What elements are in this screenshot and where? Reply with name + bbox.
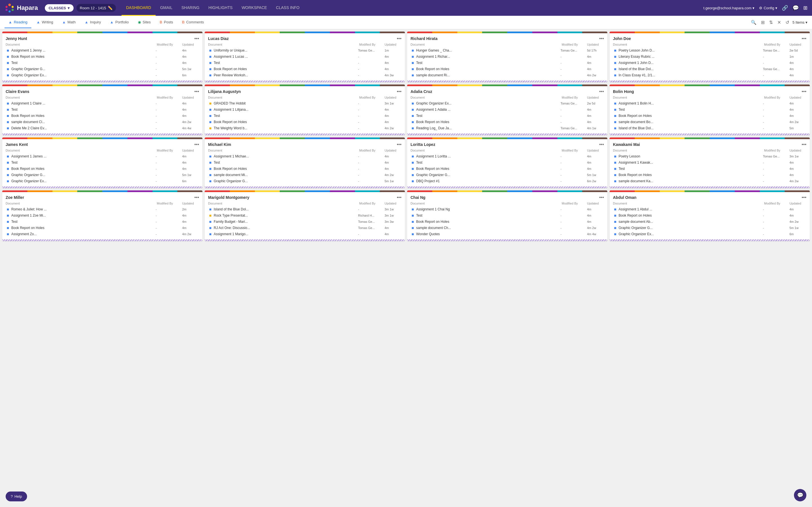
doc-row[interactable]: ■ Assignment 1 Michae... - 4m [208, 153, 402, 159]
doc-row[interactable]: ■ sample document Ab... - 4m 2w [613, 219, 806, 225]
more-button[interactable]: ••• [397, 36, 402, 41]
more-button[interactable]: ••• [802, 195, 806, 200]
config-btn[interactable]: ⚙ Config ▾ [759, 6, 777, 10]
doc-row[interactable]: ■ Graphic Organizer Ex... - 6m [613, 231, 806, 237]
doc-row[interactable]: ■ Poetry Lesson John D... Tomas Ge... 2w… [613, 47, 806, 54]
tab-comments[interactable]: B Comments [178, 17, 208, 28]
more-button[interactable]: ••• [802, 142, 806, 147]
doc-row[interactable]: ■ Graphic Organizer Ex... - 6m [6, 72, 199, 78]
doc-row[interactable]: ■ Test - 4m [410, 113, 604, 119]
doc-row[interactable]: ■ Test - 4m [6, 107, 199, 113]
more-button[interactable]: ••• [599, 89, 604, 94]
doc-row[interactable]: ■ Book Report on Holes - 4m [208, 166, 402, 172]
user-info[interactable]: t.george@school.hapara.com ▾ [703, 6, 755, 10]
doc-row[interactable]: ■ Assignment Zo... - 4m 2w [6, 231, 199, 237]
tab-reading[interactable]: ▲ Reading [4, 17, 31, 28]
doc-row[interactable]: ■ RJ Act One: Discussio... Tomas Ge... 4… [208, 225, 402, 231]
doc-row[interactable]: ■ Test - 4m [613, 166, 806, 172]
doc-row[interactable]: ■ Graphic Organizer G... - 5m 1w [208, 178, 402, 184]
more-button[interactable]: ••• [194, 142, 199, 147]
doc-row[interactable]: ■ Assignment 1 Loritta ... - 4m [410, 153, 604, 159]
doc-row[interactable]: ■ Graphic Organizer G... - 5m 1w [613, 225, 806, 231]
filter-tool-btn[interactable]: ⊞ [760, 18, 766, 26]
more-button[interactable]: ••• [194, 89, 199, 94]
doc-row[interactable]: ■ Test - 4m [6, 219, 199, 225]
tab-math[interactable]: ▲ Math [58, 17, 80, 28]
doc-row[interactable]: ■ Assignment 1 Adalia ... - 4m [410, 107, 604, 113]
doc-row[interactable]: ■ Romeo & Juliet: How ... - 2m [6, 206, 199, 212]
doc-row[interactable]: ■ Book Report on Holes - 4m [613, 212, 806, 219]
doc-row[interactable]: ■ GRADED The Hobbit - 3m 1w [208, 100, 402, 107]
items-count[interactable]: 5 Items ▾ [793, 20, 808, 24]
doc-row[interactable]: ■ Wonder Quotes - 4m 4w [410, 231, 604, 237]
doc-row[interactable]: ■ Book Report on Holes - 4m [613, 172, 806, 178]
tab-posts[interactable]: B Posts [156, 17, 177, 28]
doc-row[interactable]: ■ Test - 4m [6, 159, 199, 166]
doc-row[interactable]: ■ DBQ Project #1 - 6m 2w [410, 178, 604, 184]
nav-dashboard[interactable]: DASHBOARD [121, 0, 156, 16]
doc-row[interactable]: ■ Poetry Lesson Tomas Ge... 3m 1w [613, 153, 806, 159]
doc-row[interactable]: ■ The Weighty Word b... - 4m 2w [208, 125, 402, 131]
doc-row[interactable]: ■ Book Report on Holes - 4m [6, 225, 199, 231]
help-button[interactable]: ? Help [6, 492, 27, 501]
tab-portfolio[interactable]: ▲ Portfolio [106, 17, 133, 28]
more-button[interactable]: ••• [599, 195, 604, 200]
share-icon-btn[interactable]: 🔗 [782, 5, 788, 11]
doc-row[interactable]: ■ Literary Essay Rubric ... - 1m [613, 54, 806, 60]
doc-row[interactable]: ■ Test - 4m [208, 60, 402, 66]
doc-row[interactable]: ■ Book Report on Holes - 4m [410, 119, 604, 125]
doc-row[interactable]: ■ In Class Essay #1, 2/1... - 4m [613, 72, 806, 78]
close-tool-btn[interactable]: ✕ [776, 18, 782, 26]
doc-row[interactable]: ■ Test - 4m [410, 60, 604, 66]
tab-writing[interactable]: ▲ Writing [33, 17, 57, 28]
doc-row[interactable]: ■ Assignment 1 Richar... - 4m [410, 54, 604, 60]
doc-row[interactable]: ■ Rock Type Presentat... Richard H... 3m… [208, 212, 402, 219]
doc-row[interactable]: ■ Book Report on Holes - 4m [410, 66, 604, 72]
nav-highlights[interactable]: HIGHLIGHTS [204, 0, 237, 16]
doc-row[interactable]: ■ sample document Cl... - 4m 2w [6, 119, 199, 125]
nav-sharing[interactable]: SHARING [177, 0, 204, 16]
doc-row[interactable]: ■ Book Report on Holes - 4m [6, 54, 199, 60]
doc-row[interactable]: ■ Assignment 1 Kawak... - 4m [613, 159, 806, 166]
doc-row[interactable]: ■ Graphic Organizer G... - 5m 1w [6, 172, 199, 178]
doc-row[interactable]: ■ Graphic Organizer G... - 5m 1w [410, 172, 604, 178]
doc-row[interactable]: ■ Assignment 1 Abdul ... - 4m [613, 206, 806, 212]
doc-row[interactable]: ■ Delete Me 2 Claire Ev... - 4m 4w [6, 125, 199, 131]
doc-row[interactable]: ■ Test - 4m [410, 212, 604, 219]
nav-workspace[interactable]: WORKSPACE [237, 0, 271, 16]
tab-inquiry[interactable]: ▲ Inquiry [81, 17, 105, 28]
doc-row[interactable]: ■ Graphic Organizer Ex... Tomas Ge... 2w… [410, 100, 604, 107]
doc-row[interactable]: ■ Island of the Blue Dol... Tomas Ge... … [613, 66, 806, 72]
more-button[interactable]: ••• [802, 36, 806, 41]
doc-row[interactable]: ■ Assignment 1 Marigo... - 4m [208, 231, 402, 237]
doc-row[interactable]: ■ Book Report on Holes - 4m [6, 113, 199, 119]
more-button[interactable]: ••• [802, 89, 806, 94]
doc-row[interactable]: ■ Hunger Games _ Cha... Tomas Ge... 5d 1… [410, 47, 604, 54]
search-tool-btn[interactable]: 🔍 [750, 18, 758, 26]
more-button[interactable]: ••• [397, 89, 402, 94]
doc-row[interactable]: ■ sample document Ri... - 4m 2w [410, 72, 604, 78]
doc-row[interactable]: ■ Book Report on Holes - 4m [208, 66, 402, 72]
doc-row[interactable]: ■ Assignment 1 Jenny ... - 4m [6, 47, 199, 54]
chat-button[interactable]: 💬 [794, 489, 806, 501]
more-button[interactable]: ••• [194, 195, 199, 200]
doc-row[interactable]: ■ Test - 4m [208, 159, 402, 166]
doc-row[interactable]: ■ sample document Mi... - 4m 2w [208, 172, 402, 178]
doc-row[interactable]: ■ sample document Ch... - 4m 2w [410, 225, 604, 231]
more-button[interactable]: ••• [599, 36, 604, 41]
doc-row[interactable]: ■ Book Report on Holes - 4m [208, 119, 402, 125]
doc-row[interactable]: ■ Book Report on Holes - 4m [410, 166, 604, 172]
doc-row[interactable]: ■ Test - 4m [613, 107, 806, 113]
doc-row[interactable]: ■ Test - 4m [410, 159, 604, 166]
classes-button[interactable]: CLASSES ▾ [45, 4, 73, 12]
doc-row[interactable]: ■ Test - 4m [208, 113, 402, 119]
doc-row[interactable]: ■ Assignment 1 James ... - 4m [6, 153, 199, 159]
nav-gmail[interactable]: GMAIL [156, 0, 177, 16]
tab-sites[interactable]: ◉ Sites [134, 17, 155, 28]
sort-tool-btn[interactable]: ⇅ [768, 18, 774, 26]
more-button[interactable]: ••• [397, 142, 402, 147]
doc-row[interactable]: ■ Test - 4m [6, 60, 199, 66]
doc-row[interactable]: ■ Uniformity or Unique... Tomas Ge... 1m [208, 47, 402, 54]
doc-row[interactable]: ■ Island of the Blue Dol... - 5m [613, 125, 806, 131]
doc-row[interactable]: ■ Assignment 1 Chai Ng - 4m [410, 206, 604, 212]
